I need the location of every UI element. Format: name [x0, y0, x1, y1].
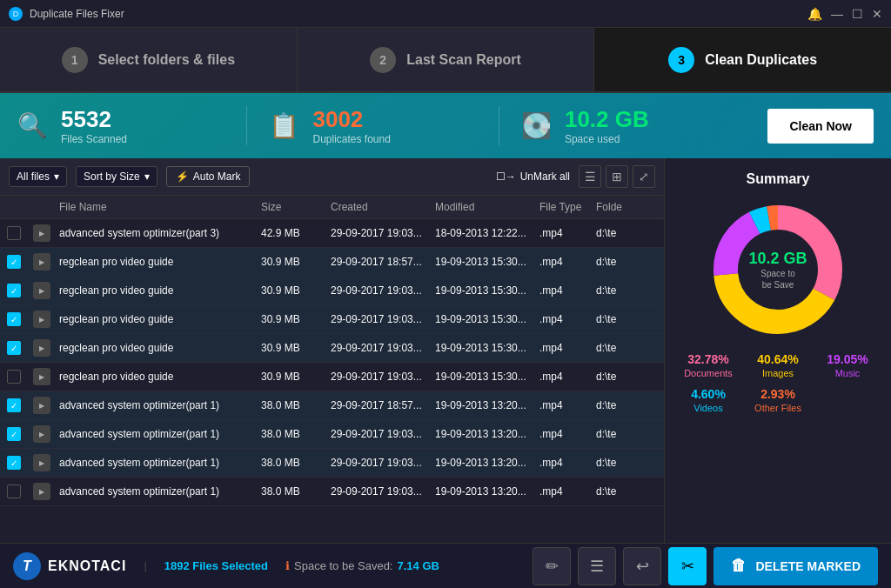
- step-3[interactable]: 3 Clean Duplicates: [594, 28, 891, 91]
- clean-now-button[interactable]: Clean Now: [767, 109, 874, 144]
- row-checkbox[interactable]: [7, 226, 21, 240]
- table-row: ✓ ▶ regclean pro video guide 30.9 MB 29-…: [0, 305, 664, 334]
- sort-dropdown[interactable]: Sort by Size ▾: [76, 166, 157, 187]
- play-button[interactable]: ▶: [33, 339, 50, 357]
- sort-label: Sort by Size: [84, 170, 140, 183]
- auto-mark-icon: ⚡: [176, 170, 189, 183]
- list-button[interactable]: ☰: [578, 547, 616, 585]
- file-size: 30.9 MB: [261, 342, 331, 354]
- table-row: ▶ advanced system optimizer(part 3) 42.9…: [0, 219, 664, 248]
- header-filetype: File Type: [539, 201, 596, 213]
- delete-marked-button[interactable]: 🗑 DELETE MARKED: [713, 547, 878, 585]
- play-button[interactable]: ▶: [33, 368, 50, 385]
- close-button[interactable]: ✕: [872, 7, 882, 21]
- play-button[interactable]: ▶: [33, 282, 50, 299]
- play-button[interactable]: ▶: [33, 425, 50, 443]
- file-type: .mp4: [539, 457, 596, 469]
- table-row: ✓ ▶ advanced system optimizer(part 1) 38…: [0, 449, 664, 478]
- edit-button[interactable]: ✏: [533, 547, 571, 585]
- list-view-button[interactable]: ☰: [579, 165, 601, 188]
- play-button[interactable]: ▶: [33, 454, 50, 471]
- step-1[interactable]: 1 Select folders & files: [0, 28, 298, 91]
- toolbar: All files ▾ Sort by Size ▾ ⚡ Auto Mark ☐…: [0, 158, 664, 196]
- play-button[interactable]: ▶: [33, 224, 50, 242]
- unmark-all-button[interactable]: ☐→ UnMark all: [496, 170, 570, 183]
- row-checkbox[interactable]: ✓: [7, 427, 21, 441]
- play-button[interactable]: ▶: [33, 483, 50, 500]
- file-created: 29-09-2017 19:03...: [331, 485, 435, 498]
- file-created: 29-09-2017 19:03...: [331, 428, 435, 440]
- row-checkbox[interactable]: ✓: [7, 255, 21, 269]
- maximize-button[interactable]: ☐: [852, 7, 863, 21]
- donut-label: Space tobe Save: [748, 268, 807, 291]
- minimize-button[interactable]: —: [831, 7, 843, 21]
- space-saved-value: 7.14 GB: [398, 559, 439, 572]
- row-checkbox[interactable]: ✓: [7, 398, 21, 412]
- step-2[interactable]: 2 Last Scan Report: [298, 28, 595, 91]
- notification-icon[interactable]: 🔔: [807, 7, 822, 21]
- play-button[interactable]: ▶: [33, 311, 50, 328]
- play-button[interactable]: ▶: [33, 253, 50, 271]
- unmark-icon: ☐→: [496, 170, 516, 183]
- header-created: Created: [331, 201, 435, 213]
- other-type: Other Files: [747, 403, 808, 413]
- logo-icon: T: [13, 552, 41, 580]
- filter-dropdown[interactable]: All files ▾: [9, 166, 67, 187]
- row-checkbox[interactable]: [7, 370, 21, 384]
- expand-view-button[interactable]: ⤢: [633, 165, 655, 188]
- music-pct: 19.05%: [817, 352, 878, 366]
- duplicates-count: 3002: [312, 106, 390, 133]
- filter-label: All files: [17, 170, 50, 183]
- row-checkbox[interactable]: ✓: [7, 312, 21, 326]
- file-folder: d:\te: [596, 342, 657, 354]
- file-type: .mp4: [539, 256, 596, 268]
- table-row: ✓ ▶ regclean pro video guide 30.9 MB 29-…: [0, 277, 664, 305]
- space-count: 10.2 GB: [565, 106, 649, 133]
- file-folder: d:\te: [596, 227, 657, 239]
- row-checkbox[interactable]: [7, 484, 21, 498]
- file-type: .mp4: [539, 485, 596, 498]
- file-folder: d:\te: [596, 485, 657, 498]
- file-folder: d:\te: [596, 428, 657, 440]
- images-pct: 40.64%: [747, 352, 808, 366]
- tools-button[interactable]: ✂: [668, 547, 707, 585]
- donut-chart: 10.2 GB Space tobe Save: [708, 200, 847, 339]
- grid-view-button[interactable]: ⊞: [606, 165, 628, 188]
- file-size: 30.9 MB: [261, 313, 331, 325]
- delete-label: DELETE MARKED: [755, 559, 861, 573]
- left-panel: All files ▾ Sort by Size ▾ ⚡ Auto Mark ☐…: [0, 158, 665, 543]
- file-folder: d:\te: [596, 399, 657, 411]
- row-checkbox[interactable]: ✓: [7, 284, 21, 297]
- file-type: .mp4: [539, 227, 596, 239]
- file-modified: 19-09-2013 15:30...: [435, 313, 539, 325]
- step-2-label: Last Scan Report: [406, 52, 521, 68]
- table-header: File Name Size Created Modified File Typ…: [0, 196, 664, 219]
- logo-text: EKNOTACI: [48, 558, 126, 574]
- table-row: ✓ ▶ advanced system optimizer(part 1) 38…: [0, 391, 664, 420]
- space-label: Space used: [565, 133, 649, 145]
- file-modified: 19-09-2013 15:30...: [435, 284, 539, 297]
- file-created: 29-09-2017 19:03...: [331, 313, 435, 325]
- titlebar-controls: 🔔 — ☐ ✕: [807, 7, 882, 21]
- header-filename: File Name: [59, 201, 261, 213]
- donut-size: 10.2 GB: [748, 250, 807, 268]
- undo-button[interactable]: ↩: [623, 547, 661, 585]
- row-checkbox[interactable]: ✓: [7, 456, 21, 470]
- file-folder: d:\te: [596, 457, 657, 469]
- file-name: advanced system optimizer(part 3): [59, 227, 261, 239]
- separator-1: |: [144, 559, 146, 572]
- file-size: 30.9 MB: [261, 256, 331, 268]
- titlebar: D Duplicate Files Fixer 🔔 — ☐ ✕: [0, 0, 891, 28]
- auto-mark-button[interactable]: ⚡ Auto Mark: [166, 166, 251, 187]
- file-name: advanced system optimizer(part 1): [59, 485, 261, 498]
- other-pct: 2.93%: [747, 387, 808, 401]
- file-type: .mp4: [539, 342, 596, 354]
- row-checkbox[interactable]: ✓: [7, 341, 21, 355]
- documents-pct: 32.78%: [678, 352, 739, 366]
- files-icon: 🔍: [17, 111, 48, 140]
- file-modified: 19-09-2013 13:20...: [435, 485, 539, 498]
- table-row: ✓ ▶ regclean pro video guide 30.9 MB 29-…: [0, 334, 664, 363]
- play-button[interactable]: ▶: [33, 397, 50, 414]
- filter-chevron-icon: ▾: [54, 170, 59, 183]
- sort-chevron-icon: ▾: [144, 170, 150, 183]
